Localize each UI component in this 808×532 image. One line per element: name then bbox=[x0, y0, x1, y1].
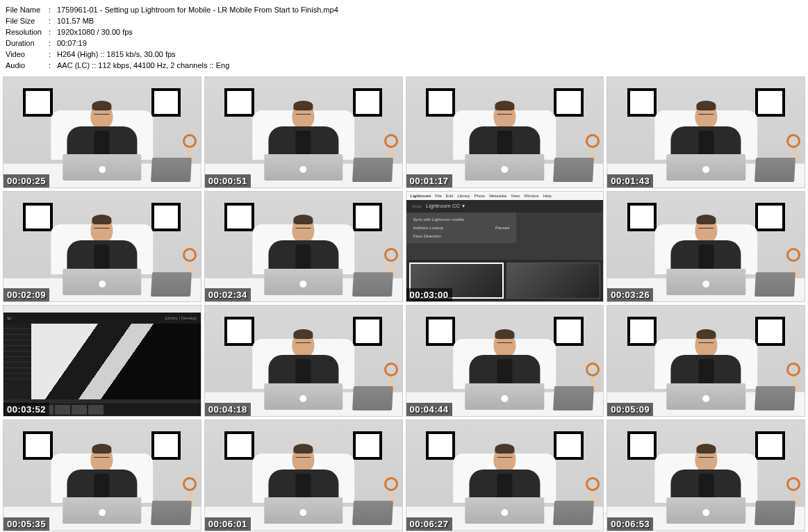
tablet bbox=[352, 272, 393, 297]
lr-thumbnail[interactable] bbox=[506, 263, 600, 299]
laptop bbox=[666, 154, 745, 181]
wall-frame-right bbox=[353, 88, 383, 117]
studio-scene bbox=[3, 420, 201, 531]
lr-title-bar[interactable]: AdobeLightroom CC ▾ bbox=[406, 200, 604, 213]
wall-frame-left bbox=[627, 317, 657, 345]
laptop bbox=[63, 154, 142, 181]
wall-frame-right bbox=[554, 88, 584, 117]
video-thumbnail[interactable]: LrLibrary | Develop 00:03:52 bbox=[3, 305, 201, 417]
wall-frame-right bbox=[755, 317, 785, 345]
video-thumbnail[interactable]: 00:03:26 bbox=[607, 191, 805, 303]
hair bbox=[294, 329, 313, 339]
studio-scene bbox=[406, 306, 604, 416]
studio-scene bbox=[205, 306, 402, 416]
studio-scene bbox=[406, 420, 604, 531]
lr-menu-item[interactable]: Address LookupPaused bbox=[406, 224, 517, 232]
lr-menu-item[interactable]: Sync with Lightroom mobile bbox=[406, 215, 517, 224]
video-thumbnail[interactable]: 00:00:25 bbox=[3, 76, 201, 188]
video-thumbnail[interactable]: 00:01:17 bbox=[406, 76, 604, 188]
head bbox=[91, 446, 113, 472]
video-thumbnail[interactable]: 00:01:43 bbox=[607, 76, 805, 188]
lr-preview-area[interactable] bbox=[31, 324, 201, 399]
lr-left-panel[interactable] bbox=[3, 324, 31, 399]
metadata-value: AAC (LC) :: 112 kbps, 44100 Hz, 2 channe… bbox=[57, 60, 802, 71]
decor-ring bbox=[786, 134, 800, 148]
lr-panel-item[interactable] bbox=[3, 340, 31, 346]
studio-scene bbox=[406, 77, 604, 188]
metadata-row-audio: Audio : AAC (LC) :: 112 kbps, 44100 Hz, … bbox=[6, 60, 802, 71]
hair bbox=[92, 444, 112, 454]
laptop bbox=[465, 154, 545, 181]
colon: : bbox=[49, 26, 57, 38]
video-thumbnail[interactable]: 00:04:44 bbox=[406, 305, 604, 417]
metadata-row-video: Video : H264 (High) :: 1815 kb/s, 30.00 … bbox=[6, 49, 802, 60]
tablet bbox=[352, 386, 393, 410]
video-thumbnail[interactable]: LightroomFileEditLibraryPhotoMetadataVie… bbox=[406, 191, 604, 303]
lr-menu-item[interactable]: Face Detection bbox=[406, 232, 517, 240]
lr-panel-item[interactable] bbox=[3, 357, 31, 363]
tablet bbox=[755, 386, 795, 410]
laptop bbox=[465, 497, 545, 524]
lr-panel-item[interactable] bbox=[3, 335, 31, 340]
decor-ring bbox=[384, 363, 398, 376]
wall-frame-right bbox=[353, 431, 383, 460]
thumbnail-grid: 00:00:25 00:00:51 bbox=[0, 76, 808, 532]
timestamp-overlay: 00:01:43 bbox=[607, 174, 653, 188]
lr-panel-item[interactable] bbox=[3, 329, 31, 335]
hair bbox=[495, 101, 514, 110]
lr-filmstrip-thumb[interactable] bbox=[72, 405, 87, 415]
video-thumbnail[interactable]: 00:06:01 bbox=[204, 419, 403, 531]
glasses bbox=[698, 457, 714, 460]
studio-scene bbox=[607, 77, 805, 188]
lr-panel-item[interactable] bbox=[3, 346, 31, 351]
studio-scene bbox=[607, 192, 805, 302]
video-thumbnail[interactable]: 00:05:09 bbox=[607, 305, 805, 417]
video-thumbnail[interactable]: 00:00:51 bbox=[204, 76, 403, 188]
studio-scene bbox=[205, 420, 402, 531]
wall-frame-left bbox=[224, 88, 254, 117]
tablet bbox=[755, 158, 795, 182]
timestamp-overlay: 00:02:09 bbox=[3, 288, 49, 301]
timestamp-overlay: 00:06:27 bbox=[406, 517, 452, 531]
glasses bbox=[497, 114, 512, 117]
lr-panel-item[interactable] bbox=[3, 374, 31, 379]
glasses bbox=[296, 342, 311, 346]
video-thumbnail[interactable]: 00:06:53 bbox=[607, 419, 805, 531]
lr-identity-dropdown[interactable]: Sync with Lightroom mobileAddress Lookup… bbox=[406, 213, 517, 243]
wall-frame-left bbox=[224, 431, 254, 460]
lr-module-bar[interactable]: LrLibrary | Develop bbox=[3, 313, 201, 324]
metadata-value: 1920x1080 / 30.00 fps bbox=[57, 26, 802, 38]
lr-main-area bbox=[3, 324, 201, 399]
wall-frame-right bbox=[353, 203, 383, 231]
tablet bbox=[151, 272, 192, 297]
tablet bbox=[755, 501, 795, 525]
lr-panel-item[interactable] bbox=[3, 351, 31, 357]
head bbox=[695, 103, 717, 129]
glasses bbox=[497, 457, 512, 460]
lr-panel-item[interactable] bbox=[3, 368, 31, 374]
hair bbox=[696, 101, 716, 110]
video-thumbnail[interactable]: 00:04:18 bbox=[204, 305, 403, 417]
video-thumbnail[interactable]: 00:02:34 bbox=[204, 191, 403, 303]
video-thumbnail[interactable]: 00:02:09 bbox=[3, 191, 201, 303]
head bbox=[493, 446, 516, 472]
lr-panel-item[interactable] bbox=[3, 363, 31, 368]
lr-panel-item[interactable] bbox=[3, 324, 31, 329]
lr-filmstrip-thumb[interactable] bbox=[55, 405, 70, 415]
wall-frame-left bbox=[23, 431, 53, 460]
video-thumbnail[interactable]: 00:05:35 bbox=[3, 419, 201, 531]
metadata-label: Duration bbox=[6, 38, 49, 49]
decor-ring bbox=[183, 477, 197, 491]
hair bbox=[92, 215, 112, 224]
video-thumbnail[interactable]: 00:06:27 bbox=[406, 419, 604, 531]
hair bbox=[495, 444, 514, 454]
colon: : bbox=[49, 60, 57, 71]
laptop bbox=[264, 383, 343, 410]
glasses bbox=[698, 342, 714, 346]
colon: : bbox=[49, 49, 57, 60]
decor-ring bbox=[786, 363, 800, 376]
mac-menubar[interactable]: LightroomFileEditLibraryPhotoMetadataVie… bbox=[406, 192, 604, 200]
hair bbox=[696, 444, 716, 454]
wall-frame-right bbox=[554, 317, 584, 345]
lr-filmstrip-thumb[interactable] bbox=[88, 405, 104, 415]
